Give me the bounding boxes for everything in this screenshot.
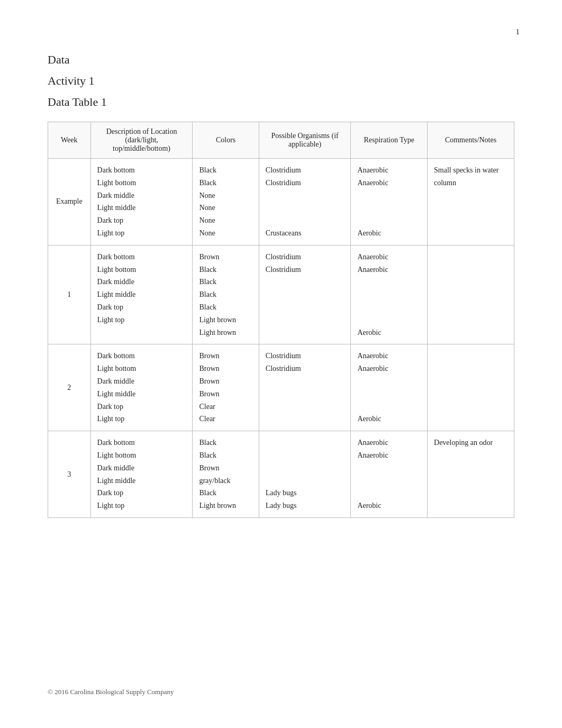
cell-week: Example [48, 159, 91, 245]
cell-location: Dark bottom Light bottom Dark middle Lig… [90, 431, 193, 518]
footer-text: © 2016 Carolina Biological Supply Compan… [48, 688, 174, 696]
section-title: Data [48, 53, 514, 67]
col-header-colors: Colors [193, 122, 259, 159]
cell-comments [428, 245, 514, 344]
cell-respiration: Anaerobic Anaerobic Aerobic [351, 159, 428, 245]
data-table: Week Description of Location (dark/light… [48, 122, 514, 518]
table-title: Data Table 1 [48, 95, 514, 109]
cell-comments [428, 344, 514, 431]
cell-respiration: Anaerobic Anaerobic Aerobic [351, 431, 428, 518]
cell-colors: Brown Black Black Black Black Light brow… [193, 245, 259, 344]
cell-location: Dark bottom Light bottom Dark middle Lig… [90, 344, 193, 431]
cell-comments: Small specks in water column [428, 159, 514, 245]
cell-organisms: Clostridium Clostridium Crustaceans [259, 159, 351, 245]
cell-comments: Developing an odor [428, 431, 514, 518]
table-row: 3Dark bottom Light bottom Dark middle Li… [48, 431, 514, 518]
cell-location: Dark bottom Light bottom Dark middle Lig… [90, 159, 193, 245]
col-header-respiration: Respiration Type [351, 122, 428, 159]
cell-colors: Brown Brown Brown Brown Clear Clear [193, 344, 259, 431]
table-row: ExampleDark bottom Light bottom Dark mid… [48, 159, 514, 245]
cell-colors: Black Black None None None None [193, 159, 259, 245]
cell-location: Dark bottom Light bottom Dark middle Lig… [90, 245, 193, 344]
cell-colors: Black Black Brown gray/black Black Light… [193, 431, 259, 518]
table-row: 1Dark bottom Light bottom Dark middle Li… [48, 245, 514, 344]
col-header-comments: Comments/Notes [428, 122, 514, 159]
cell-organisms: Clostridium Clostridium [259, 245, 351, 344]
cell-week: 1 [48, 245, 91, 344]
cell-week: 3 [48, 431, 91, 518]
page-number: 1 [516, 28, 520, 37]
col-header-organisms: Possible Organisms (if applicable) [259, 122, 351, 159]
cell-week: 2 [48, 344, 91, 431]
cell-organisms: Clostridium Clostridium [259, 344, 351, 431]
col-header-location: Description of Location (dark/light, top… [90, 122, 193, 159]
cell-organisms: Lady bugs Lady bugs [259, 431, 351, 518]
cell-respiration: Anaerobic Anaerobic Aerobic [351, 245, 428, 344]
activity-title: Activity 1 [48, 74, 514, 88]
cell-respiration: Anaerobic Anaerobic Aerobic [351, 344, 428, 431]
col-header-week: Week [48, 122, 91, 159]
table-row: 2Dark bottom Light bottom Dark middle Li… [48, 344, 514, 431]
